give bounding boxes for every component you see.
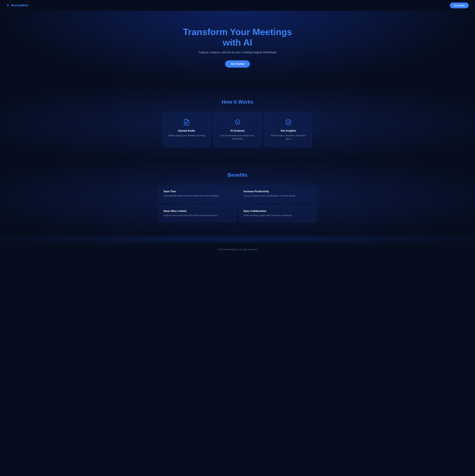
logo-icon: 🎙 <box>6 3 10 8</box>
footer: © 2024 MeetingMind. All rights reserved. <box>0 244 475 255</box>
benefit-increase-productivity: Increase Productivity Focus on action it… <box>239 186 316 202</box>
benefit-save-time: Save Time Automatically extract key info… <box>159 186 236 202</box>
benefit-productivity-title: Increase Productivity <box>244 190 311 193</box>
benefits-section: Benefits Save Time Automatically extract… <box>0 160 475 234</box>
get-started-button[interactable]: Get Started <box>225 60 250 68</box>
logo-text: MeetingMind <box>11 4 28 7</box>
get-insights-icon <box>285 119 292 126</box>
benefit-never-miss: Never Miss a Detail Capture every import… <box>159 205 236 222</box>
benefit-collaboration-desc: Share meeting insights with your team ef… <box>244 214 311 217</box>
logo: 🎙 MeetingMind <box>6 3 28 8</box>
benefit-never-miss-desc: Capture every important point with AI-po… <box>164 214 231 217</box>
benefit-easy-collaboration: Easy Collaboration Share meeting insight… <box>239 205 316 222</box>
benefit-collaboration-title: Easy Collaboration <box>244 210 311 213</box>
upload-audio-card-title: Upload Audio <box>168 129 206 132</box>
footer-text: © 2024 MeetingMind. All rights reserved. <box>218 248 257 251</box>
try-it-now-button[interactable]: Try It Now <box>450 2 469 8</box>
benefits-grid: Save Time Automatically extract key info… <box>159 186 316 222</box>
svg-point-3 <box>286 120 291 125</box>
get-insights-card: Get Insights Review tasks, decisions, an… <box>265 112 312 147</box>
ai-analysis-icon <box>234 119 241 126</box>
get-insights-card-desc: Review tasks, decisions, and action item… <box>269 134 307 140</box>
benefit-productivity-desc: Focus on action items and decisions, not… <box>244 194 311 197</box>
upload-audio-card: Upload Audio Simply upload your meeting … <box>163 112 210 147</box>
how-it-works-section: How It Works Upload Audio Simply upload … <box>0 86 475 160</box>
upload-audio-icon <box>183 119 190 126</box>
benefit-never-miss-title: Never Miss a Detail <box>164 210 231 213</box>
navbar: 🎙 MeetingMind Try It Now <box>0 0 475 11</box>
hero-section: Transform Your Meetings with AI Capture,… <box>0 11 475 86</box>
how-it-works-title: How It Works <box>6 99 469 105</box>
benefit-save-time-desc: Automatically extract key information fr… <box>164 194 231 197</box>
benefit-save-time-title: Save Time <box>164 190 231 193</box>
ai-analysis-card-desc: Our AI processes and extracts key inform… <box>218 134 257 140</box>
ai-analysis-card: AI Analysis Our AI processes and extract… <box>214 112 261 147</box>
bottom-spacer <box>0 234 475 244</box>
ai-analysis-card-title: AI Analysis <box>218 129 257 132</box>
hero-subtitle: Capture, analyze, and act on your meetin… <box>6 51 469 54</box>
get-insights-card-title: Get Insights <box>269 129 307 132</box>
hero-title: Transform Your Meetings with AI <box>176 27 299 48</box>
benefits-title: Benefits <box>6 172 469 178</box>
upload-audio-card-desc: Simply upload your meeting recording <box>168 134 206 137</box>
how-it-works-cards: Upload Audio Simply upload your meeting … <box>159 112 316 147</box>
